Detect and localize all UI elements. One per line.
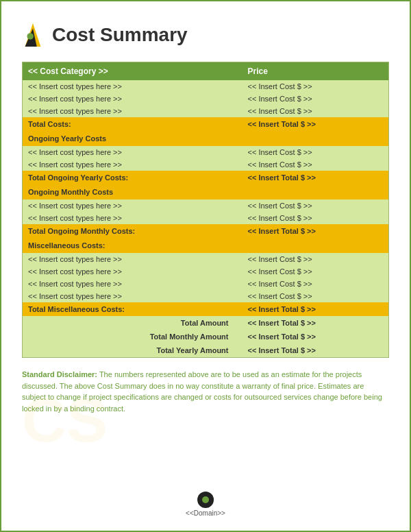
cost-price-1: << Insert Cost $ >>	[242, 80, 389, 93]
yearly-price-1: << Insert Cost $ >>	[242, 146, 389, 158]
total-yearly-label: Total Ongoing Yearly Costs:	[23, 171, 242, 184]
cost-category-1: << Insert cost types here >>	[23, 80, 242, 93]
total-costs-row: Total Costs: << Insert Total $ >>	[23, 117, 389, 131]
total-yearly-value: << Insert Total $ >>	[242, 171, 389, 184]
monthly-category-1: << Insert cost types here >>	[23, 200, 242, 212]
summary-total-monthly-label: Total Monthly Amount	[23, 330, 242, 343]
total-costs-label: Total Costs:	[23, 117, 242, 131]
yearly-category-1: << Insert cost types here >>	[23, 146, 242, 158]
ongoing-monthly-section-header: Ongoing Monthly Costs	[23, 184, 389, 200]
summary-total-yearly-row: Total Yearly Amount << Insert Total $ >>	[23, 343, 389, 358]
total-misc-value: << Insert Total $ >>	[242, 302, 389, 316]
table-row: << Insert cost types here >> << Insert C…	[23, 278, 389, 290]
table-row: << Insert cost types here >> << Insert C…	[23, 146, 389, 158]
summary-total-amount-value: << Insert Total $ >>	[242, 316, 389, 330]
cost-price-2: << Insert Cost $ >>	[242, 93, 389, 105]
svg-point-2	[27, 33, 34, 40]
total-monthly-label: Total Ongoing Monthly Costs:	[23, 224, 242, 238]
monthly-price-1: << Insert Cost $ >>	[242, 200, 389, 212]
total-monthly-value: << Insert Total $ >>	[242, 224, 389, 238]
summary-total-yearly-label: Total Yearly Amount	[23, 343, 242, 358]
misc-section-header: Miscellaneous Costs:	[23, 238, 389, 253]
total-misc-row: Total Miscellaneous Costs: << Insert Tot…	[23, 302, 389, 316]
misc-price-3: << Insert Cost $ >>	[242, 278, 389, 290]
cost-category-2: << Insert cost types here >>	[23, 93, 242, 105]
table-row: << Insert cost types here >> << Insert C…	[23, 200, 389, 212]
table-row: << Insert cost types here >> << Insert C…	[23, 93, 389, 105]
table-row: << Insert cost types here >> << Insert C…	[23, 212, 389, 224]
summary-total-monthly-row: Total Monthly Amount << Insert Total $ >…	[23, 330, 389, 343]
header-price: Price	[242, 62, 389, 81]
misc-price-2: << Insert Cost $ >>	[242, 265, 389, 278]
footer: <<Domain>>	[186, 492, 225, 517]
total-monthly-row: Total Ongoing Monthly Costs: << Insert T…	[23, 224, 389, 238]
domain-circle-inner	[202, 496, 209, 503]
cost-price-3: << Insert Cost $ >>	[242, 105, 389, 117]
monthly-category-2: << Insert cost types here >>	[23, 212, 242, 224]
table-row: << Insert cost types here >> << Insert C…	[23, 290, 389, 302]
table-row: << Insert cost types here >> << Insert C…	[23, 158, 389, 171]
misc-category-2: << Insert cost types here >>	[23, 265, 242, 278]
total-costs-value: << Insert Total $ >>	[242, 117, 389, 131]
total-yearly-row: Total Ongoing Yearly Costs: << Insert To…	[23, 171, 389, 184]
yearly-category-2: << Insert cost types here >>	[23, 158, 242, 171]
misc-category-1: << Insert cost types here >>	[23, 253, 242, 265]
misc-category-4: << Insert cost types here >>	[23, 290, 242, 302]
misc-price-4: << Insert Cost $ >>	[242, 290, 389, 302]
table-row: << Insert cost types here >> << Insert C…	[23, 105, 389, 117]
header-category: << Cost Category >>	[23, 62, 242, 81]
header: Cost Summary	[22, 15, 389, 48]
summary-total-monthly-value: << Insert Total $ >>	[242, 330, 389, 343]
ongoing-monthly-label: Ongoing Monthly Costs	[23, 184, 389, 200]
domain-logo	[197, 492, 214, 508]
cost-category-3: << Insert cost types here >>	[23, 105, 242, 117]
misc-category-3: << Insert cost types here >>	[23, 278, 242, 290]
disclaimer-label: Standard Disclaimer:	[22, 370, 97, 378]
total-misc-label: Total Miscellaneous Costs:	[23, 302, 242, 316]
ongoing-yearly-section-header: Ongoing Yearly Costs	[23, 131, 389, 146]
yearly-price-2: << Insert Cost $ >>	[242, 158, 389, 171]
summary-total-yearly-value: << Insert Total $ >>	[242, 343, 389, 358]
logo-icon	[22, 22, 44, 48]
table-row: << Insert cost types here >> << Insert C…	[23, 253, 389, 265]
table-row: << Insert cost types here >> << Insert C…	[23, 80, 389, 93]
page: Cost Summary << Cost Category >> Price <…	[0, 0, 411, 532]
page-title: Cost Summary	[52, 24, 188, 46]
misc-price-1: << Insert Cost $ >>	[242, 253, 389, 265]
table-row: << Insert cost types here >> << Insert C…	[23, 265, 389, 278]
cost-table: << Cost Category >> Price << Insert cost…	[22, 62, 389, 358]
table-header-row: << Cost Category >> Price	[23, 62, 389, 81]
summary-total-amount-label: Total Amount	[23, 316, 242, 330]
domain-text: <<Domain>>	[186, 509, 225, 517]
misc-label: Miscellaneous Costs:	[23, 238, 389, 253]
ongoing-yearly-label: Ongoing Yearly Costs	[23, 131, 389, 146]
disclaimer: Standard Disclaimer: The numbers represe…	[22, 369, 389, 414]
monthly-price-2: << Insert Cost $ >>	[242, 212, 389, 224]
summary-total-amount-row: Total Amount << Insert Total $ >>	[23, 316, 389, 330]
